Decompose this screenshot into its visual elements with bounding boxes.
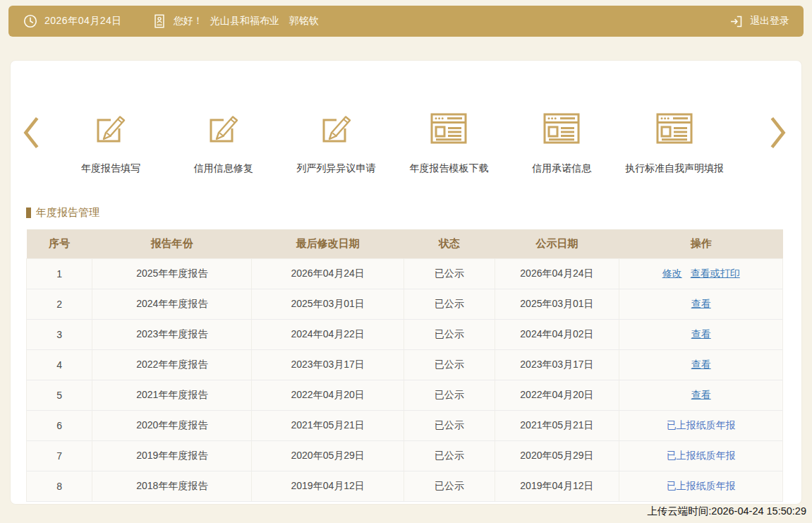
cell-actions: 已上报纸质年报: [619, 471, 783, 501]
action-link[interactable]: 查看: [691, 389, 711, 400]
cell-report-year: 2024年年度报告: [92, 289, 252, 319]
cell-modified-date: 2023年03月17日: [252, 349, 404, 380]
id-badge-icon: [152, 13, 167, 29]
carousel-next-button[interactable]: [769, 114, 787, 151]
page: 2026年04月24日 您好！ 光山县和福布业 郭铭钦 退出登录 年度报告填写: [0, 0, 812, 523]
cell-no: 7: [27, 440, 92, 471]
cell-modified-date: 2022年04月20日: [252, 380, 404, 410]
cell-no: 5: [27, 380, 92, 410]
upload-time: 上传云端时间:2026-04-24 15:50:29: [647, 505, 806, 518]
action-status-text: 已上报纸质年报: [667, 419, 736, 431]
chevron-left-icon: [22, 114, 40, 151]
cell-modified-date: 2021年05月21日: [252, 410, 404, 440]
edit-pencil-icon: [205, 112, 242, 145]
menu-item-credit-repair[interactable]: 信用信息修复: [167, 112, 280, 175]
cell-modified-date: 2026年04月24日: [252, 258, 404, 289]
menu-item-label: 信用承诺信息: [505, 162, 618, 175]
cell-status: 已公示: [404, 380, 495, 410]
cell-status: 已公示: [404, 258, 495, 289]
webpage-icon: [543, 112, 580, 145]
cell-actions: 查看: [619, 289, 783, 319]
cell-publish-date: 2024年04月02日: [495, 319, 619, 349]
cell-publish-date: 2020年05月29日: [495, 440, 619, 471]
cell-no: 6: [27, 410, 92, 440]
table-header-row: 序号 报告年份 最后修改日期 状态 公示日期 操作: [27, 229, 783, 258]
cell-report-year: 2023年年度报告: [92, 319, 252, 349]
clock-icon: [23, 13, 38, 29]
cell-modified-date: 2024年04月22日: [252, 319, 404, 349]
quick-menu-carousel: 年度报告填写 信用信息修复 列严列异异议申请 年度报告模板下载 信用承诺信息: [11, 61, 801, 175]
cell-no: 8: [27, 471, 92, 501]
cell-publish-date: 2021年05月21日: [495, 410, 619, 440]
section-bullet-icon: [26, 208, 31, 218]
logout-button[interactable]: 退出登录: [729, 14, 789, 29]
cell-modified-date: 2019年04月12日: [252, 471, 404, 501]
action-link[interactable]: 修改: [662, 267, 682, 279]
menu-item-self-declaration[interactable]: 执行标准自我声明填报: [618, 112, 731, 175]
quick-menu: 年度报告填写 信用信息修复 列严列异异议申请 年度报告模板下载 信用承诺信息: [11, 61, 801, 175]
cell-actions: 修改查看或打印: [619, 258, 783, 289]
cell-status: 已公示: [404, 410, 495, 440]
action-status-text: 已上报纸质年报: [667, 480, 736, 491]
webpage-icon: [430, 112, 467, 145]
cell-report-year: 2018年年度报告: [92, 471, 252, 501]
cell-actions: 查看: [619, 380, 783, 410]
menu-item-template-download[interactable]: 年度报告模板下载: [392, 112, 505, 175]
action-status-text: 已上报纸质年报: [667, 450, 736, 461]
webpage-icon: [656, 112, 693, 145]
menu-item-credit-commitment[interactable]: 信用承诺信息: [505, 112, 618, 175]
cell-report-year: 2019年年度报告: [92, 440, 252, 471]
cell-status: 已公示: [404, 289, 495, 319]
cell-no: 1: [27, 258, 92, 289]
menu-item-label: 列严列异异议申请: [280, 162, 393, 175]
cell-no: 2: [27, 289, 92, 319]
menu-item-objection-application[interactable]: 列严列异异议申请: [280, 112, 393, 175]
action-link[interactable]: 查看: [691, 328, 711, 339]
cell-status: 已公示: [404, 349, 495, 380]
logout-label: 退出登录: [750, 15, 789, 28]
edit-pencil-icon: [92, 112, 129, 145]
cell-actions: 查看: [619, 319, 783, 349]
cell-report-year: 2020年年度报告: [92, 410, 252, 440]
col-header-status: 状态: [404, 229, 495, 258]
main-card: 年度报告填写 信用信息修复 列严列异异议申请 年度报告模板下载 信用承诺信息: [10, 60, 802, 505]
menu-item-label: 年度报告模板下载: [392, 162, 505, 175]
greeting-text: 您好！: [174, 15, 203, 28]
table-row: 42022年年度报告2023年03月17日已公示2023年03月17日查看: [27, 349, 783, 380]
action-link[interactable]: 查看或打印: [691, 267, 740, 279]
cell-actions: 查看: [619, 349, 783, 380]
col-header-no: 序号: [27, 229, 92, 258]
cell-publish-date: 2026年04月24日: [495, 258, 619, 289]
cell-modified-date: 2020年05月29日: [252, 440, 404, 471]
current-date: 2026年04月24日: [44, 15, 122, 28]
action-link[interactable]: 查看: [691, 298, 711, 309]
cell-publish-date: 2019年04月12日: [495, 471, 619, 501]
table-row: 22024年年度报告2025年03月01日已公示2025年03月01日查看: [27, 289, 783, 319]
col-header-modified-date: 最后修改日期: [252, 229, 404, 258]
menu-item-label: 信用信息修复: [167, 162, 280, 175]
table-row: 32023年年度报告2024年04月22日已公示2024年04月02日查看: [27, 319, 783, 349]
cell-status: 已公示: [404, 319, 495, 349]
cell-actions: 已上报纸质年报: [619, 410, 783, 440]
chevron-right-icon: [769, 114, 787, 151]
cell-report-year: 2021年年度报告: [92, 380, 252, 410]
topbar: 2026年04月24日 您好！ 光山县和福布业 郭铭钦 退出登录: [8, 6, 804, 37]
edit-pencil-icon: [318, 112, 355, 145]
cell-publish-date: 2023年03月17日: [495, 349, 619, 380]
cell-no: 4: [27, 349, 92, 380]
cell-publish-date: 2022年04月20日: [495, 380, 619, 410]
table-row: 12025年年度报告2026年04月24日已公示2026年04月24日修改查看或…: [27, 258, 783, 289]
cell-actions: 已上报纸质年报: [619, 440, 783, 471]
table-row: 72019年年度报告2020年05月29日已公示2020年05月29日已上报纸质…: [27, 440, 783, 471]
col-header-publish-date: 公示日期: [495, 229, 619, 258]
carousel-prev-button[interactable]: [22, 114, 40, 151]
col-header-actions: 操作: [619, 229, 783, 258]
action-link[interactable]: 查看: [691, 359, 711, 370]
user-name: 郭铭钦: [289, 15, 319, 28]
section-title-text: 年度报告管理: [36, 206, 99, 220]
menu-item-annual-report-fill[interactable]: 年度报告填写: [54, 112, 167, 175]
table-row: 82018年年度报告2019年04月12日已公示2019年04月12日已上报纸质…: [27, 471, 783, 501]
cell-report-year: 2025年年度报告: [92, 258, 252, 289]
company-name: 光山县和福布业: [210, 15, 279, 28]
menu-item-label: 年度报告填写: [54, 162, 167, 175]
